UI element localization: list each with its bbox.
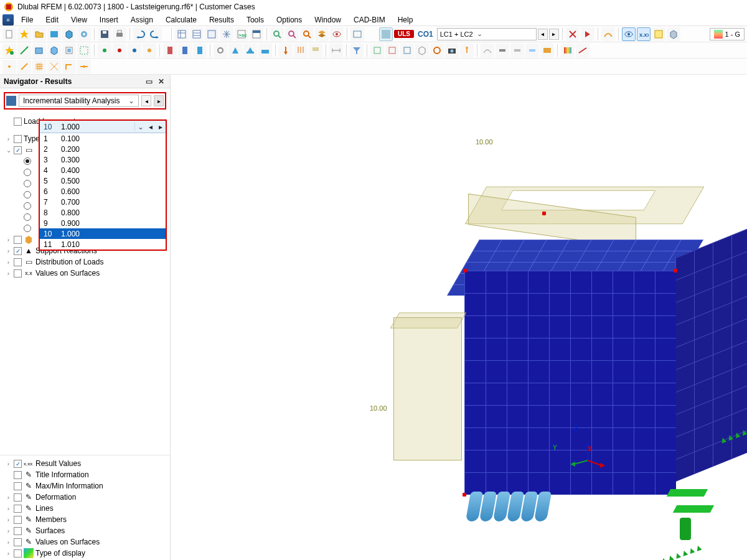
tree-result-values[interactable]: ›x.xxResult Values [1, 458, 169, 469]
node-blue-icon[interactable] [128, 44, 141, 57]
checkbox-icon[interactable] [14, 471, 22, 479]
increment-prev-icon[interactable]: ◂ [146, 123, 156, 131]
panel-popout-icon[interactable]: ▭ [144, 77, 154, 86]
open-icon[interactable] [32, 27, 46, 41]
render-solid-a-icon[interactable] [496, 44, 509, 57]
load-node-icon[interactable] [279, 44, 293, 57]
expand-icon[interactable]: › [5, 270, 12, 277]
panel-close-icon[interactable]: ✕ [156, 77, 166, 86]
checkbox-icon[interactable] [14, 258, 22, 266]
collapse-icon[interactable]: ⌄ [5, 147, 12, 154]
menu-edit[interactable]: Edit [39, 14, 65, 26]
snap-intersect-icon[interactable] [47, 60, 61, 73]
render-solid-b-icon[interactable] [510, 44, 524, 57]
table-data-icon[interactable] [190, 27, 204, 41]
navigator-bottom-tree[interactable]: ›x.xxResult Values ✎Title Information ✎M… [0, 455, 170, 560]
increment-option[interactable]: 40.400 [40, 165, 166, 175]
redo-icon[interactable] [148, 27, 162, 41]
support-line-icon[interactable] [243, 44, 257, 57]
checkbox-icon[interactable] [14, 538, 22, 546]
increment-option[interactable]: 10.100 [40, 133, 166, 144]
checkbox-icon[interactable] [14, 118, 22, 126]
checkbox-icon[interactable] [14, 549, 22, 558]
eye-icon[interactable] [330, 27, 344, 41]
filter-icon[interactable] [350, 44, 364, 57]
snap-node-icon[interactable] [2, 60, 16, 73]
toggle-results-icon[interactable] [622, 27, 636, 41]
delete-result-arrow-icon[interactable] [581, 27, 594, 41]
increment-option[interactable]: 111.010 [40, 239, 166, 250]
menu-options[interactable]: Options [270, 14, 308, 26]
increment-selected-row[interactable]: 10 1.000 ⌄ ◂ ▸ [40, 121, 166, 133]
tree-type-of-display[interactable]: ›Type of display [1, 548, 169, 559]
snap-grid-icon[interactable] [32, 60, 46, 73]
tree-values-surfaces[interactable]: › x.x Values on Surfaces [1, 268, 169, 279]
block-icon[interactable] [47, 27, 61, 41]
find-icon[interactable] [270, 27, 284, 41]
isoline-icon[interactable] [576, 44, 590, 57]
menu-results[interactable]: Results [203, 14, 240, 26]
undo-icon[interactable] [133, 27, 147, 41]
snap-perp-icon[interactable] [62, 60, 76, 73]
tree-deformation[interactable]: ›✎Deformation [1, 492, 169, 503]
delete-result-icon[interactable] [566, 27, 580, 41]
new-star-icon[interactable] [17, 27, 31, 41]
menu-cad-bim[interactable]: CAD-BIM [347, 14, 392, 26]
view-xy-icon[interactable] [370, 44, 384, 57]
walkmode-icon[interactable] [460, 44, 474, 57]
iso-cube-icon[interactable] [667, 27, 680, 41]
checkbox-icon[interactable] [14, 505, 22, 513]
menu-assign[interactable]: Assign [125, 14, 159, 26]
layers-icon[interactable] [315, 27, 329, 41]
table-nav-icon[interactable] [175, 27, 189, 41]
calc-params-icon[interactable] [205, 27, 218, 41]
tree-title-info[interactable]: ✎Title Information [1, 469, 169, 480]
clipping-box-icon[interactable] [652, 27, 665, 41]
support-surface-icon[interactable] [258, 44, 272, 57]
opening-star-icon[interactable] [62, 44, 76, 57]
menu-calculate[interactable]: Calculate [159, 14, 203, 26]
new-model-star-icon[interactable] [2, 44, 16, 57]
chevron-down-icon[interactable]: ⌄ [134, 123, 146, 131]
expand-icon[interactable]: › [5, 248, 12, 254]
tree-maxmin-info[interactable]: ✎Max/Min Information [1, 480, 169, 492]
analysis-type-combo[interactable]: Incremental Stability Analysis [19, 95, 139, 107]
load-member-icon[interactable] [294, 44, 308, 57]
tree-distribution-loads[interactable]: › ▭ Distribution of Loads [1, 256, 169, 268]
checkbox-icon[interactable] [14, 269, 22, 278]
menu-window[interactable]: Window [308, 14, 347, 26]
view-yz-icon[interactable] [400, 44, 414, 57]
node-yellow-icon[interactable] [143, 44, 156, 57]
section-red-icon[interactable] [163, 44, 177, 57]
hinge-icon[interactable] [214, 44, 227, 57]
increment-option[interactable]: 50.500 [40, 175, 166, 186]
checkbox-icon[interactable] [14, 493, 22, 502]
menu-file[interactable]: File [15, 14, 39, 26]
loadcase-next-icon[interactable]: ▸ [549, 29, 559, 40]
select-rect-icon[interactable] [77, 44, 91, 57]
line-star-icon[interactable] [17, 44, 31, 57]
support-node-icon[interactable] [228, 44, 242, 57]
radio-icon[interactable] [24, 202, 31, 210]
increment-option-selected[interactable]: 101.000 [40, 228, 166, 239]
snap-mid-icon[interactable] [77, 60, 91, 73]
section-blue-icon[interactable] [178, 44, 192, 57]
checkbox-icon[interactable] [14, 247, 22, 255]
increment-option[interactable]: 90.900 [40, 218, 166, 228]
result-values-icon[interactable]: x.xx [637, 27, 651, 41]
loadcase-combo[interactable]: LC1 + LC2 [437, 28, 537, 40]
radio-icon[interactable] [24, 191, 31, 198]
new-file-icon[interactable] [2, 27, 16, 41]
increment-option[interactable]: 30.300 [40, 154, 166, 165]
surface-star-icon[interactable] [32, 44, 46, 57]
radio-icon[interactable] [24, 225, 31, 232]
checkbox-icon[interactable] [14, 236, 22, 244]
radio-icon[interactable] [24, 213, 31, 221]
expand-icon[interactable]: › [5, 236, 12, 243]
render-trans-icon[interactable] [525, 44, 539, 57]
increment-option[interactable]: 20.200 [40, 144, 166, 154]
view-select-combo[interactable]: 1 - G [710, 28, 745, 40]
load-increment-dropdown[interactable]: 10 1.000 ⌄ ◂ ▸ 10.100 20.200 30.300 40.4… [39, 119, 167, 251]
snap-line-icon[interactable] [17, 60, 31, 73]
view-rotate-icon[interactable] [430, 44, 444, 57]
